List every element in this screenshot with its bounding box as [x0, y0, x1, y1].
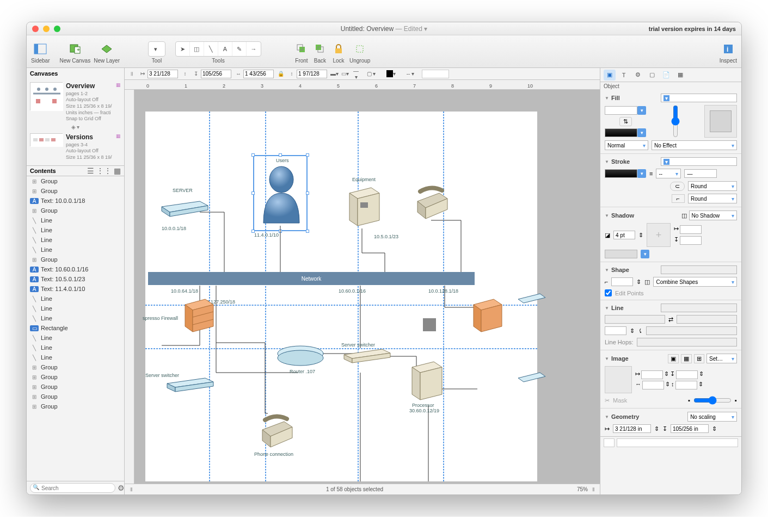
line-join-select[interactable]: Round	[688, 194, 737, 203]
outline-row[interactable]: ⊞Group	[27, 186, 124, 196]
shadow-select[interactable]: No Shadow	[689, 211, 737, 220]
image-set-select[interactable]: Set…	[706, 354, 737, 363]
line-curve[interactable]	[646, 326, 737, 335]
outline-row[interactable]: ╲Line	[27, 225, 124, 235]
stencils-tab[interactable]: ▦	[674, 70, 686, 81]
outline-row[interactable]: ⊞Group	[27, 392, 124, 401]
stroke-dash-select[interactable]: --	[656, 169, 681, 178]
img-w[interactable]	[642, 381, 664, 389]
document-tab[interactable]: 📄	[660, 70, 672, 81]
outline-view-icon[interactable]: ⋮⋮	[96, 167, 112, 175]
outline-row[interactable]: ⊞Group	[27, 372, 124, 382]
line-start[interactable]	[605, 315, 665, 324]
line-hops-select[interactable]	[637, 338, 737, 347]
stepper[interactable]: ⇕	[636, 279, 641, 286]
image-opacity[interactable]	[693, 396, 732, 405]
outline-row[interactable]: AText: 10.60.0.1/16	[27, 264, 124, 274]
corner-radius[interactable]	[611, 277, 633, 286]
image-tile-icon[interactable]: ▦	[681, 354, 692, 363]
sidebar-toggle[interactable]: Sidebar	[31, 41, 50, 64]
canvas-item-versions[interactable]: Versions▦ pages 3-4 Auto-layout Off Size…	[27, 130, 124, 163]
line-end[interactable]	[677, 315, 737, 324]
footer-swatch[interactable]	[604, 438, 615, 447]
stroke-color[interactable]	[605, 169, 637, 178]
swap-ends-icon[interactable]: ⇄	[668, 316, 673, 323]
swap-colors-icon[interactable]: ⇅	[619, 117, 632, 126]
canvas[interactable]: Network 1 2 3 4 SERVER 10.0.0.1/18 Users	[134, 90, 600, 484]
firewall-shape[interactable]	[181, 296, 219, 335]
fill-effect-select[interactable]: No Effect	[652, 140, 737, 150]
list-view-icon[interactable]: ☰	[87, 167, 94, 175]
outline-row[interactable]: ⊞Group	[27, 206, 124, 215]
zoom-icon[interactable]: ⫴	[592, 486, 594, 493]
edit-points-checkbox[interactable]	[605, 289, 612, 296]
pointer-tool[interactable]: ➤	[176, 42, 190, 56]
firewall-shape-2[interactable]	[469, 296, 507, 335]
outline-row[interactable]: ⊞Group	[27, 255, 124, 264]
ruler-origin-icon[interactable]: ⫴	[128, 71, 136, 77]
outline-row[interactable]: ╲Line	[27, 294, 124, 304]
img-y[interactable]	[676, 370, 698, 379]
outline-row[interactable]: ╲Line	[27, 333, 124, 343]
outline-row[interactable]: ⊞Group	[27, 382, 124, 392]
current-tool[interactable]: ▾ Tool	[148, 41, 165, 64]
fill-color-2[interactable]	[605, 128, 637, 137]
shape-select[interactable]	[661, 265, 737, 274]
img-h[interactable]	[675, 381, 697, 389]
ungroup-button[interactable]: Ungroup	[349, 41, 370, 64]
fill-type-select[interactable]	[661, 94, 737, 102]
canvas-item-overview[interactable]: Overview▦ pages 1-2 Auto-layout Off Size…	[27, 79, 124, 124]
outline-row[interactable]: ⊞Group	[27, 362, 124, 372]
processor-shape[interactable]	[407, 359, 445, 403]
outline-row[interactable]: AText: 10.0.0.1/18	[27, 196, 124, 206]
bring-front-button[interactable]: Front	[294, 41, 309, 64]
outline-row[interactable]: AText: 11.4.0.1/10	[27, 284, 124, 294]
fill-color-1[interactable]	[605, 106, 637, 115]
combine-shapes-select[interactable]: Combine Shapes	[653, 277, 737, 287]
gray-rectangle[interactable]	[423, 318, 436, 331]
send-back-button[interactable]: Back	[312, 41, 328, 64]
new-layer-button[interactable]: New Layer	[94, 41, 120, 64]
image-fit-icon[interactable]: ▣	[668, 354, 679, 363]
inspect-toggle[interactable]: i Inspect	[720, 41, 737, 64]
shadow-x[interactable]	[680, 225, 702, 234]
outline-row[interactable]: ╲Line	[27, 235, 124, 245]
outline-row[interactable]: ▭Rectangle	[27, 323, 124, 333]
fill-slider[interactable]	[671, 105, 680, 138]
type-tab[interactable]: T	[618, 70, 630, 81]
footer-input[interactable]	[617, 438, 738, 447]
shadow-type-icon[interactable]: ◫	[681, 212, 687, 219]
line-cap-select[interactable]: Round	[688, 181, 737, 191]
line-type-select[interactable]	[661, 304, 737, 312]
w-input[interactable]	[243, 70, 274, 78]
line-start-size[interactable]	[605, 326, 626, 335]
img-x[interactable]	[641, 370, 663, 379]
canvas-tab[interactable]: ▢	[646, 70, 658, 81]
switcher-shape-3[interactable]	[515, 291, 548, 310]
new-canvas-button[interactable]: + New Canvas	[59, 41, 90, 64]
outline-row[interactable]: ╲Line	[27, 245, 124, 255]
switcher-shape-2[interactable]	[339, 347, 393, 366]
stroke-position-icon[interactable]: ≡	[649, 170, 653, 177]
phone-shape-2[interactable]	[254, 413, 298, 451]
properties-tab[interactable]: ⚙	[632, 70, 644, 81]
blend-mode-select[interactable]: Normal	[605, 140, 648, 150]
geom-x-input[interactable]	[613, 424, 651, 433]
gear-icon[interactable]: ⚙︎	[118, 484, 125, 492]
zoom-level[interactable]: 75%	[577, 486, 588, 492]
y-input[interactable]	[201, 70, 231, 78]
window-title[interactable]: Untitled: Overview — Edited ▾	[27, 25, 741, 33]
image-stretch-icon[interactable]: ⊞	[694, 354, 704, 363]
x-input[interactable]	[148, 70, 178, 78]
stroke-type-select[interactable]	[661, 157, 737, 166]
outline-row[interactable]: ⊞Group	[27, 176, 124, 186]
outline-row[interactable]: ╲Line	[27, 304, 124, 313]
outline-row[interactable]: ╲Line	[27, 313, 124, 323]
outline-row[interactable]: ╲Line	[27, 215, 124, 225]
shadow-blur-input[interactable]	[613, 231, 635, 239]
outline-list[interactable]: ⊞Group⊞GroupAText: 10.0.0.1/18⊞Group╲Lin…	[27, 176, 124, 481]
shape-tool[interactable]: ◫	[190, 42, 204, 56]
switcher-shape-4[interactable]	[515, 370, 548, 389]
search-input[interactable]	[30, 483, 115, 493]
object-tab[interactable]: ▣	[604, 70, 616, 81]
